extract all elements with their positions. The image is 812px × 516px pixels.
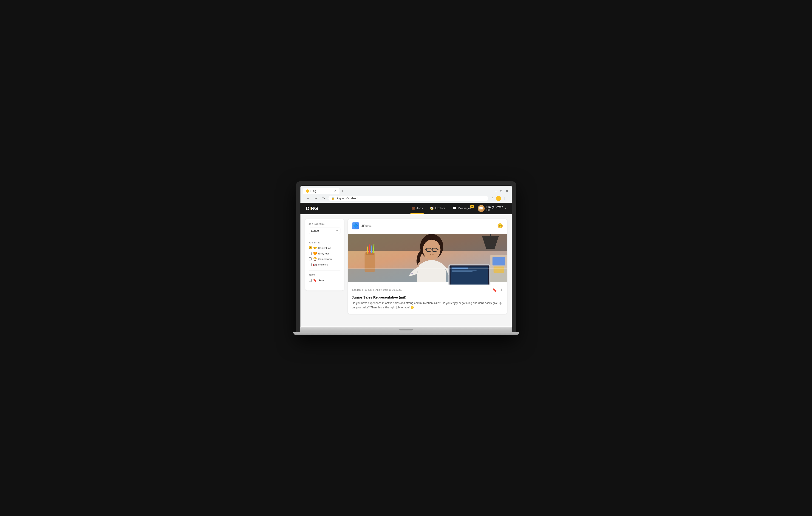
laptop-base bbox=[293, 332, 519, 335]
browser-tab-active[interactable]: Ding ✕ bbox=[303, 188, 340, 194]
reload-button[interactable]: ↻ bbox=[321, 195, 327, 202]
app-logo: D!NG bbox=[306, 206, 318, 212]
svg-rect-20 bbox=[451, 266, 488, 284]
student-job-icon: 🤝 bbox=[313, 246, 317, 250]
job-apply-until: Apply until: 15.10.2023. bbox=[376, 289, 402, 291]
checkbox-saved: 🔖 Saved bbox=[309, 278, 341, 282]
student-job-label: Student job bbox=[318, 247, 331, 249]
sidebar: JOB LOCATION London New York Berlin Pari… bbox=[305, 219, 344, 291]
explore-icon: 🧭 bbox=[430, 207, 434, 210]
job-image bbox=[348, 232, 507, 284]
nav-explore-label: Explore bbox=[435, 207, 445, 210]
meta-separator-2: | bbox=[373, 289, 375, 291]
nav-item-jobs[interactable]: 💼 Jobs bbox=[410, 203, 424, 214]
svg-rect-27 bbox=[493, 266, 504, 273]
forward-button[interactable]: → bbox=[313, 195, 319, 202]
svg-line-9 bbox=[371, 245, 372, 253]
url-text: ding.jobs/student/ bbox=[336, 197, 357, 200]
checkbox-student-job: 🤝 Student job bbox=[309, 246, 341, 250]
back-button[interactable]: ← bbox=[305, 195, 311, 202]
company-name: 3Portal bbox=[361, 224, 372, 227]
company-logo-icon: 🔷 bbox=[353, 223, 358, 228]
user-info: Emily Brown HU bbox=[487, 206, 503, 211]
content-area: 🔷 3Portal 😊 bbox=[348, 219, 507, 314]
user-name: Emily Brown bbox=[487, 206, 503, 209]
main-layout: JOB LOCATION London New York Berlin Pari… bbox=[300, 214, 512, 318]
location-select[interactable]: London New York Berlin Paris Remote bbox=[309, 227, 341, 234]
jobs-icon: 💼 bbox=[411, 207, 415, 210]
user-avatar: EB bbox=[478, 205, 485, 212]
share-job-button[interactable]: ⬆ bbox=[499, 287, 503, 293]
competition-icon: 🏆 bbox=[313, 257, 317, 261]
job-description: Do you have experience in active sales a… bbox=[352, 301, 503, 310]
competition-label: Competition bbox=[318, 257, 332, 261]
bookmark-star-icon[interactable]: ☆ bbox=[490, 196, 495, 201]
svg-rect-28 bbox=[348, 268, 507, 269]
nav-items: 💼 Jobs 🧭 Explore 💬 Messages 31 bbox=[410, 203, 506, 214]
close-window-button[interactable]: ✕ bbox=[504, 189, 510, 193]
job-meta-text: London | 15 €/h | Apply until: 15.10.202… bbox=[352, 289, 402, 291]
internship-label: Intership bbox=[318, 263, 328, 266]
card-emoji: 😊 bbox=[497, 223, 503, 229]
messages-badge: 31 bbox=[470, 205, 474, 208]
svg-rect-26 bbox=[492, 257, 505, 266]
svg-rect-23 bbox=[452, 271, 472, 272]
svg-rect-22 bbox=[452, 270, 477, 271]
saved-icon: 🔖 bbox=[313, 278, 317, 282]
job-type-section: JOB TYPE 🤝 Student job 🧡 Entry level bbox=[309, 242, 341, 266]
card-header: 🔷 3Portal 😊 bbox=[348, 219, 507, 232]
avatar-initials: EB bbox=[479, 207, 483, 210]
checkbox-competition-input[interactable] bbox=[309, 257, 312, 261]
logo-highlight: ! bbox=[309, 206, 311, 211]
address-bar[interactable]: 🔒 ding.jobs/student/ bbox=[328, 196, 488, 201]
menu-icon[interactable]: ⋮ bbox=[502, 196, 507, 201]
nav-item-messages[interactable]: 💬 Messages 31 bbox=[452, 203, 472, 214]
laptop-notch bbox=[399, 329, 413, 330]
checkbox-student-job-input[interactable] bbox=[309, 246, 312, 249]
checkbox-entry-level-input[interactable] bbox=[309, 252, 312, 255]
company-info: 🔷 3Portal bbox=[352, 222, 372, 230]
user-menu-chevron-icon: ▾ bbox=[505, 207, 506, 210]
maximize-button[interactable]: □ bbox=[499, 189, 503, 193]
lock-icon: 🔒 bbox=[331, 197, 335, 200]
tab-close-button[interactable]: ✕ bbox=[334, 189, 336, 192]
profile-icon[interactable] bbox=[496, 196, 501, 201]
show-label: SHOW bbox=[309, 274, 341, 276]
checkbox-saved-input[interactable] bbox=[309, 279, 312, 282]
checkbox-internship: 🤖 Intership bbox=[309, 263, 341, 266]
job-title: Junior Sales Representative (m/f) bbox=[352, 295, 503, 299]
save-job-button[interactable]: 🔖 bbox=[492, 287, 497, 293]
app-nav: D!NG 💼 Jobs 🧭 Explore 💬 Messages 31 bbox=[300, 203, 512, 214]
job-location-section: JOB LOCATION London New York Berlin Pari… bbox=[309, 223, 341, 234]
internship-icon: 🤖 bbox=[313, 263, 317, 266]
checkbox-internship-input[interactable] bbox=[309, 263, 312, 266]
company-logo: 🔷 bbox=[352, 222, 359, 230]
minimize-button[interactable]: − bbox=[494, 189, 498, 193]
entry-level-icon: 🧡 bbox=[313, 252, 317, 255]
svg-line-8 bbox=[369, 244, 370, 253]
show-section: SHOW 🔖 Saved bbox=[309, 274, 341, 282]
nav-messages-label: Messages bbox=[458, 207, 471, 210]
user-subtitle: HU bbox=[487, 209, 503, 211]
laptop-bottom bbox=[300, 327, 512, 332]
checkbox-entry-level: 🧡 Entry level bbox=[309, 252, 341, 255]
entry-level-label: Entry level bbox=[318, 252, 330, 255]
nav-item-explore[interactable]: 🧭 Explore bbox=[429, 203, 446, 214]
user-menu[interactable]: EB Emily Brown HU ▾ bbox=[478, 205, 506, 212]
messages-icon: 💬 bbox=[453, 207, 457, 210]
tab-title: Ding bbox=[311, 189, 316, 193]
saved-label: Saved bbox=[318, 279, 325, 282]
job-card: 🔷 3Portal 😊 bbox=[348, 219, 507, 314]
card-actions: 🔖 ⬆ bbox=[492, 287, 503, 293]
new-tab-button[interactable]: + bbox=[340, 188, 346, 194]
meta-separator-1: | bbox=[362, 289, 364, 291]
checkbox-competition: 🏆 Competition bbox=[309, 257, 341, 261]
nav-jobs-label: Jobs bbox=[416, 207, 423, 210]
job-location-label: JOB LOCATION bbox=[309, 223, 341, 225]
job-type-label: JOB TYPE bbox=[309, 242, 341, 244]
tab-favicon bbox=[306, 189, 309, 193]
card-body: Junior Sales Representative (m/f) Do you… bbox=[348, 294, 507, 314]
card-meta: London | 15 €/h | Apply until: 15.10.202… bbox=[348, 284, 507, 294]
job-rate: 15 €/h bbox=[365, 289, 372, 291]
job-location: London bbox=[352, 289, 361, 291]
